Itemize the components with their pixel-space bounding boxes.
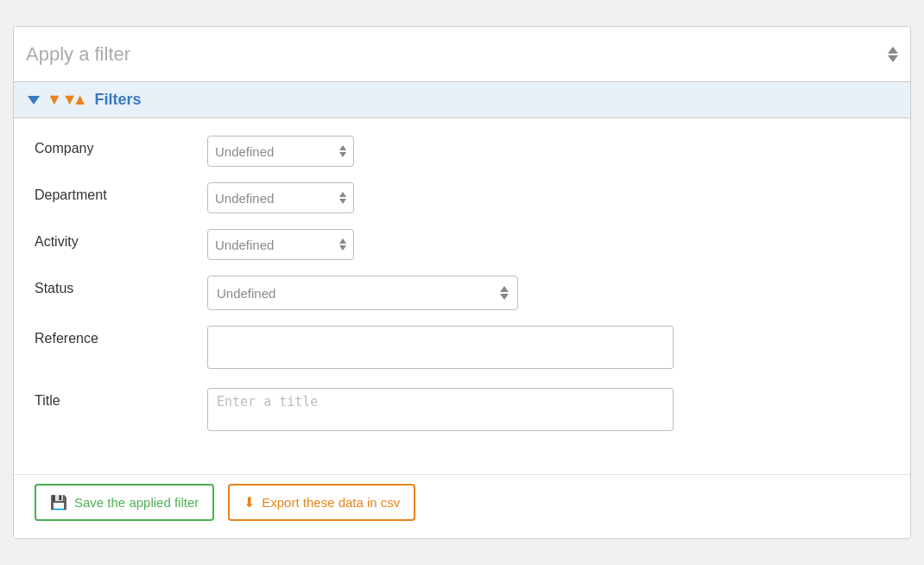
company-control: Undefined [207, 136, 889, 167]
filters-header[interactable]: ▼▼ ▲ Filters [14, 82, 910, 118]
spinner-up-icon [888, 47, 898, 54]
title-input[interactable] [207, 388, 674, 431]
reference-row: Reference [35, 326, 889, 372]
status-row: Status Undefined [35, 276, 889, 310]
filters-title: Filters [94, 91, 141, 109]
activity-label: Activity [35, 229, 207, 250]
export-button-label: Export these data in csv [262, 495, 400, 510]
apply-filter-row[interactable]: Apply a filter [14, 27, 910, 82]
reference-label: Reference [35, 326, 207, 346]
save-icon: 💾 [50, 494, 67, 511]
department-select[interactable]: Undefined [207, 182, 354, 213]
activity-control: Undefined [207, 229, 889, 260]
company-spinner-down [339, 152, 346, 157]
status-spinner-up [500, 286, 509, 292]
activity-value: Undefined [215, 238, 274, 252]
activity-row: Activity Undefined [35, 229, 889, 260]
activity-spinner-up [339, 238, 346, 244]
main-panel: Apply a filter ▼▼ ▲ Filters Company Unde… [13, 26, 911, 539]
apply-filter-placeholder: Apply a filter [26, 43, 130, 66]
status-control: Undefined [207, 276, 889, 310]
company-row: Company Undefined [35, 136, 889, 167]
activity-select[interactable]: Undefined [207, 229, 354, 260]
company-select[interactable]: Undefined [207, 136, 354, 167]
department-spinner-up [339, 192, 346, 197]
status-select[interactable]: Undefined [207, 276, 518, 310]
status-spinner[interactable] [500, 286, 509, 300]
title-label: Title [35, 388, 207, 409]
department-label: Department [35, 182, 207, 203]
filter-funnel-icon: ▲ [73, 91, 88, 109]
status-spinner-down [500, 294, 509, 300]
export-csv-button[interactable]: ⬇ Export these data in csv [228, 484, 415, 521]
activity-spinner[interactable] [339, 238, 346, 251]
chevron-down-icon [28, 96, 40, 105]
department-value: Undefined [215, 191, 274, 206]
apply-filter-spinner[interactable] [888, 47, 898, 62]
status-value: Undefined [217, 286, 275, 301]
department-row: Department Undefined [35, 182, 889, 213]
button-row: 💾 Save the applied filter ⬇ Export these… [14, 474, 910, 538]
status-label: Status [35, 276, 207, 296]
company-label: Company [35, 136, 207, 156]
department-spinner-down [339, 199, 346, 204]
department-control: Undefined [207, 182, 889, 213]
company-spinner[interactable] [339, 145, 346, 157]
company-value: Undefined [215, 144, 274, 159]
save-filter-button[interactable]: 💾 Save the applied filter [35, 484, 214, 521]
reference-control [207, 326, 889, 372]
export-icon: ⬇ [244, 494, 255, 511]
activity-spinner-down [339, 245, 346, 251]
department-spinner[interactable] [339, 192, 346, 204]
company-spinner-up [339, 145, 346, 150]
save-button-label: Save the applied filter [74, 495, 199, 510]
reference-input[interactable] [207, 326, 674, 369]
title-row: Title [35, 388, 889, 435]
form-body: Company Undefined Department Undefined [14, 118, 910, 471]
spinner-down-icon [888, 55, 898, 62]
title-control [207, 388, 889, 435]
